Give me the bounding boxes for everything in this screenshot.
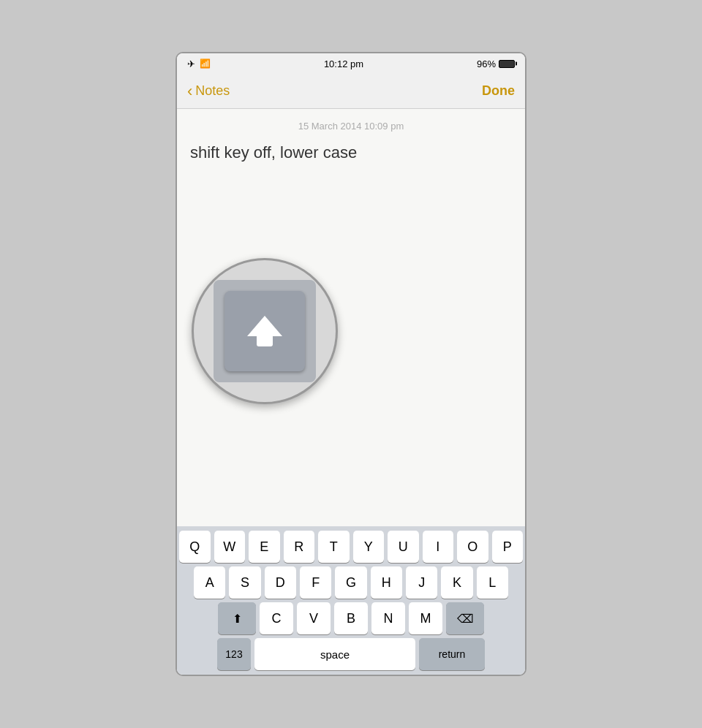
keyboard-row-4: 123 space return bbox=[179, 638, 523, 670]
key-g[interactable]: G bbox=[335, 566, 366, 599]
keyboard-row-3: ⬆ C V B N M ⌫ bbox=[179, 602, 523, 634]
status-bar: ✈ 📶 10:12 pm 96% bbox=[177, 53, 525, 74]
shift-arrow-base bbox=[257, 336, 273, 346]
key-q[interactable]: Q bbox=[179, 531, 211, 563]
keyboard-row-1: Q W E R T Y U I O P bbox=[179, 531, 523, 563]
status-right: 96% bbox=[477, 58, 515, 69]
airplane-icon: ✈ bbox=[187, 58, 195, 69]
magnifier-inner bbox=[214, 280, 316, 382]
key-n[interactable]: N bbox=[371, 602, 405, 634]
nav-bar: ‹ Notes Done bbox=[177, 74, 525, 109]
space-key[interactable]: space bbox=[254, 638, 415, 670]
key-t[interactable]: T bbox=[318, 531, 350, 563]
key-v[interactable]: V bbox=[297, 602, 331, 634]
key-y[interactable]: Y bbox=[353, 531, 385, 563]
key-b[interactable]: B bbox=[334, 602, 368, 634]
battery-percent: 96% bbox=[477, 58, 496, 69]
status-time: 10:12 pm bbox=[324, 58, 363, 69]
keyboard-row-2: A S D F G H J K L bbox=[179, 566, 523, 599]
phone-frame: ✈ 📶 10:12 pm 96% ‹ Notes Done 15 March 2… bbox=[176, 52, 526, 676]
key-s[interactable]: S bbox=[229, 566, 260, 599]
back-button[interactable]: ‹ Notes bbox=[187, 82, 230, 101]
battery-icon bbox=[499, 60, 515, 68]
key-d[interactable]: D bbox=[265, 566, 296, 599]
key-u[interactable]: U bbox=[388, 531, 419, 563]
key-m[interactable]: M bbox=[409, 602, 442, 634]
key-c[interactable]: C bbox=[260, 602, 293, 634]
key-f[interactable]: F bbox=[300, 566, 331, 599]
status-left: ✈ 📶 bbox=[187, 58, 211, 69]
shift-key-magnified bbox=[224, 291, 305, 371]
key-w[interactable]: W bbox=[214, 531, 246, 563]
key-a[interactable]: A bbox=[194, 566, 225, 599]
magnifier-overlay bbox=[192, 258, 338, 404]
numbers-key[interactable]: 123 bbox=[217, 638, 251, 670]
shift-arrow-group bbox=[247, 316, 282, 346]
keyboard: Q W E R T Y U I O P A S D F G H J K L ⬆ … bbox=[177, 526, 525, 675]
note-date: 15 March 2014 10:09 pm bbox=[190, 121, 512, 132]
key-e[interactable]: E bbox=[249, 531, 280, 563]
key-j[interactable]: J bbox=[406, 566, 437, 599]
key-i[interactable]: I bbox=[423, 531, 454, 563]
key-l[interactable]: L bbox=[477, 566, 508, 599]
key-h[interactable]: H bbox=[371, 566, 402, 599]
shift-key[interactable]: ⬆ bbox=[218, 602, 256, 634]
done-button[interactable]: Done bbox=[482, 83, 515, 99]
key-o[interactable]: O bbox=[457, 531, 488, 563]
note-content: shift key off, lower case bbox=[190, 142, 512, 164]
delete-key[interactable]: ⌫ bbox=[446, 602, 484, 634]
back-label: Notes bbox=[195, 83, 230, 99]
key-k[interactable]: K bbox=[441, 566, 472, 599]
wifi-icon: 📶 bbox=[200, 58, 211, 69]
key-r[interactable]: R bbox=[284, 531, 315, 563]
return-key[interactable]: return bbox=[419, 638, 485, 670]
shift-up-arrow bbox=[247, 316, 282, 336]
chevron-left-icon: ‹ bbox=[187, 82, 192, 101]
key-p[interactable]: P bbox=[492, 531, 524, 563]
